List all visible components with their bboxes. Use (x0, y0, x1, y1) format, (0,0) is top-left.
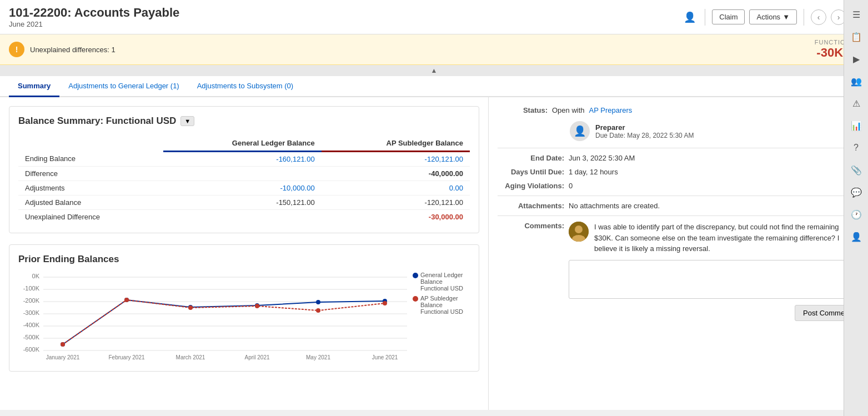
divider-2 (498, 196, 859, 196)
row-ap: 0.00 (322, 181, 470, 196)
svg-point-25 (383, 301, 387, 305)
days-due-row: Days Until Due: 1 day, 12 hours (498, 168, 859, 176)
actions-button[interactable]: Actions ▼ (749, 9, 797, 24)
avatar-svg (569, 222, 589, 242)
svg-text:-100K: -100K (23, 285, 40, 292)
attachments-row: Attachments: No attachments are created. (498, 202, 859, 210)
svg-point-23 (255, 304, 259, 308)
row-label: Adjustments (18, 181, 163, 196)
svg-text:-500K: -500K (23, 334, 40, 340)
left-panel: Balance Summary: Functional USD ▼ Genera… (0, 97, 489, 410)
comment-text: I was able to identify part of the discr… (594, 222, 859, 254)
page-subtitle: June 2021 (9, 20, 179, 28)
chart-area: 0K -100K -200K -300K -400K -500K -600K (18, 272, 407, 362)
prior-balances-card: Prior Ending Balances 0K -100K -200K -30… (9, 244, 479, 372)
svg-point-21 (124, 298, 129, 302)
status-link[interactable]: AP Preparers (589, 106, 633, 114)
header-actions: 👤 Claim Actions ▼ ‹ › ✕ (681, 9, 859, 26)
svg-point-33 (575, 225, 583, 233)
sidebar-paperclip-icon[interactable]: 📎 (846, 160, 866, 180)
legend-dot-gl (413, 273, 418, 278)
divider-1 (498, 148, 859, 148)
svg-point-24 (316, 308, 320, 313)
row-label: Unexplained Difference (18, 210, 163, 224)
aging-row: Aging Violations: 0 (498, 182, 859, 190)
comments-content: I was able to identify part of the discr… (569, 222, 859, 321)
days-due-value: 1 day, 12 hours (569, 168, 618, 176)
sidebar-help-icon[interactable]: ? (846, 138, 866, 158)
tab-summary[interactable]: Summary (9, 76, 59, 97)
sidebar-clock-icon[interactable]: 🕐 (846, 204, 866, 224)
sidebar-user-settings-icon[interactable]: 👥 (846, 71, 866, 91)
row-gl: -160,121.00 (163, 152, 321, 167)
sidebar-warning-icon[interactable]: ⚠ (846, 93, 866, 113)
dropdown-arrow-icon: ▼ (782, 13, 790, 21)
header-title: 101-22200: Accounts Payable June 2021 (9, 6, 179, 28)
svg-point-22 (188, 305, 193, 310)
row-ap: -120,121.00 (322, 152, 470, 167)
svg-text:June 2021: June 2021 (372, 354, 398, 360)
divider2 (804, 9, 804, 26)
col-ap: AP Subledger Balance (322, 136, 470, 152)
page-title: 101-22200: Accounts Payable (9, 6, 179, 20)
svg-text:January 2021: January 2021 (46, 354, 80, 360)
svg-text:-400K: -400K (23, 322, 40, 328)
row-label: Difference (18, 167, 163, 181)
row-label: Ending Balance (18, 152, 163, 167)
row-label: Adjusted Balance (18, 196, 163, 210)
sidebar-chat-icon[interactable]: 💬 (846, 182, 866, 202)
row-gl (163, 167, 321, 181)
legend-item-ap: AP Subledger Balance Functional USD (413, 295, 470, 315)
row-ap: -30,000.00 (322, 210, 470, 224)
attachments-label: Attachments: (498, 202, 564, 210)
svg-text:May 2021: May 2021 (306, 354, 330, 360)
right-panel: ▲ Status: Open with AP Preparers 👤 Prepa… (489, 97, 868, 410)
svg-text:-200K: -200K (23, 297, 40, 304)
comment-input[interactable] (569, 260, 859, 299)
row-gl: -10,000.00 (163, 181, 321, 196)
end-date-row: End Date: Jun 3, 2022 5:30 AM (498, 154, 859, 162)
nav-prev-button[interactable]: ‹ (811, 9, 826, 25)
warning-bar: ! Unexplained differences: 1 FUNCTIONAL … (0, 34, 868, 65)
user-icon[interactable]: 👤 (681, 9, 698, 26)
table-row: Ending Balance-160,121.00-120,121.00 (18, 152, 470, 167)
claim-button[interactable]: Claim (712, 9, 745, 24)
aging-label: Aging Violations: (498, 182, 564, 190)
svg-text:-600K: -600K (23, 346, 40, 353)
legend-dot-ap (413, 296, 418, 302)
legend-label-ap: AP Subledger Balance Functional USD (420, 295, 470, 315)
tab-subsystem[interactable]: Adjustments to Subsystem (0) (188, 76, 302, 97)
svg-point-18 (316, 300, 320, 304)
row-gl: -150,121.00 (163, 196, 321, 210)
row-ap: -40,000.00 (322, 167, 470, 181)
collapse-bar[interactable]: ▲ (0, 65, 868, 76)
svg-text:-300K: -300K (23, 309, 40, 316)
warning-left: ! Unexplained differences: 1 (9, 42, 116, 57)
tab-gl[interactable]: Adjustments to General Ledger (1) (59, 76, 188, 97)
sidebar-user-circle-icon[interactable]: 👤 (846, 227, 866, 247)
right-sidebar: ☰ 📋 ▶ 👥 ⚠ 📊 ? 📎 💬 🕐 👤 (844, 0, 868, 416)
sidebar-play-icon[interactable]: ▶ (846, 49, 866, 69)
days-due-label: Days Until Due: (498, 168, 564, 176)
svg-text:0K: 0K (32, 273, 40, 279)
svg-text:March 2021: March 2021 (176, 354, 205, 360)
functional-value: -30K (816, 46, 843, 59)
row-ap: -120,121.00 (322, 196, 470, 210)
balance-summary-title: Balance Summary: Functional USD ▼ (18, 116, 470, 127)
avatar: 👤 (570, 121, 590, 141)
main-content: Balance Summary: Functional USD ▼ Genera… (0, 97, 868, 410)
aging-value: 0 (569, 182, 573, 190)
prior-balances-title: Prior Ending Balances (18, 254, 470, 265)
comments-label: Comments: (498, 222, 564, 230)
attachments-value: No attachments are created. (569, 202, 660, 210)
table-row: Difference-40,000.00 (18, 167, 470, 181)
balance-summary-card: Balance Summary: Functional USD ▼ Genera… (9, 106, 479, 233)
sidebar-data-icon[interactable]: 📊 (846, 116, 866, 136)
preparer-info: Preparer Due Date: May 28, 2022 5:30 AM (595, 123, 694, 139)
divider-3 (498, 215, 859, 216)
balance-summary-dropdown[interactable]: ▼ (180, 116, 194, 126)
legend-label-gl: General Ledger Balance Functional USD (420, 272, 470, 292)
sidebar-doc-icon[interactable]: 📋 (846, 27, 866, 47)
sidebar-list-icon[interactable]: ☰ (846, 4, 866, 24)
preparer-name: Preparer (595, 123, 694, 132)
